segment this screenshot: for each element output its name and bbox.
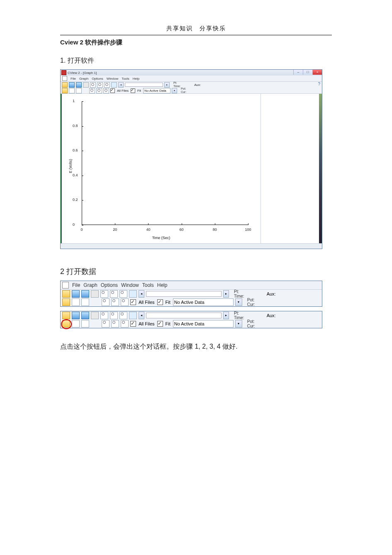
all-files-checkbox[interactable] <box>110 88 115 93</box>
zoom-reset-3-button[interactable] <box>121 320 129 328</box>
open-data-button-3[interactable] <box>62 320 70 328</box>
data-table-button-3[interactable] <box>72 320 80 328</box>
close-button[interactable]: × <box>312 70 322 75</box>
minimize-button[interactable]: – <box>293 70 303 75</box>
zoom-out-4-button[interactable] <box>111 320 119 328</box>
help-pin-icon[interactable]: ? <box>318 82 320 86</box>
menu-file-2[interactable]: File <box>72 282 80 288</box>
zoom-in-3-button[interactable] <box>102 298 110 306</box>
next-frame-button-2[interactable]: ▸ <box>223 290 229 298</box>
fit-checkbox-3[interactable] <box>157 321 163 327</box>
save-all-button[interactable] <box>76 82 82 88</box>
active-data-combo[interactable]: No Active Data <box>143 88 170 93</box>
zoom-in-button-2[interactable] <box>100 290 108 298</box>
refresh-button[interactable] <box>111 82 117 88</box>
plot-button-3[interactable] <box>81 320 89 328</box>
plot-button[interactable] <box>76 88 82 93</box>
save-button-3[interactable] <box>72 312 80 319</box>
menu-window[interactable]: Window <box>107 77 118 81</box>
save-button[interactable] <box>69 82 75 88</box>
next-frame-button-3[interactable]: ▸ <box>223 312 229 319</box>
status-labels-b3: Pot: Cur: <box>247 319 255 328</box>
status-labels-b2: Pot: Cur: <box>247 298 255 307</box>
fit-label-2: Fit <box>165 300 171 305</box>
zoom-reset-2-button[interactable] <box>121 298 129 306</box>
menu-tools-2[interactable]: Tools <box>142 282 154 288</box>
data-table-button[interactable] <box>69 88 75 93</box>
menu-options-2[interactable]: Options <box>101 282 118 288</box>
zoom-fit-button-3[interactable] <box>119 312 127 319</box>
active-data-dropdown[interactable]: ▾ <box>172 88 177 93</box>
mdi-icon[interactable] <box>62 76 67 81</box>
x-axis-label: Time (Sec) <box>74 236 248 240</box>
status-labels-a3: Pt: Time: <box>234 311 244 320</box>
print-button-2[interactable] <box>91 290 99 298</box>
active-data-combo-2[interactable]: No Active Data <box>173 298 234 306</box>
menu-window-2[interactable]: Window <box>121 282 139 288</box>
zoom-out-2-button[interactable] <box>96 88 102 93</box>
time-slider[interactable] <box>125 83 163 87</box>
mdi-icon-2[interactable] <box>62 282 69 289</box>
data-table-button-2[interactable] <box>72 298 80 306</box>
zoom-out-button-3[interactable] <box>110 312 118 319</box>
fit-checkbox-2[interactable] <box>157 299 163 305</box>
time-slider-3[interactable] <box>146 313 222 318</box>
zoom-out-button[interactable] <box>97 82 103 88</box>
fit-label-3: Fit <box>165 321 171 326</box>
zoom-in-button-3[interactable] <box>100 312 108 319</box>
open-data-button-2[interactable] <box>62 298 70 306</box>
prev-frame-button-2[interactable]: ◂ <box>139 290 144 298</box>
open-data-button[interactable] <box>62 88 68 93</box>
active-data-dropdown-2[interactable]: ▾ <box>235 298 242 306</box>
status-labels-2: Pot: Cur: <box>181 87 186 94</box>
save-all-button-2[interactable] <box>81 290 89 298</box>
menu-help-2[interactable]: Help <box>157 282 168 288</box>
maximize-button[interactable]: □ <box>303 70 312 75</box>
zoom-out-3-button[interactable] <box>111 298 119 306</box>
menu-graph[interactable]: Graph <box>79 77 88 81</box>
menu-help[interactable]: Help <box>133 77 139 81</box>
zoom-out-button-2[interactable] <box>110 290 118 298</box>
open-file-button[interactable] <box>62 82 68 88</box>
print-button-3[interactable] <box>91 312 99 319</box>
aux-label-3: Aux: <box>267 313 276 318</box>
paragraph-1: 点击这个按钮后，会弹出这个对话框。按步骤 1, 2, 3, 4 做好. <box>60 342 332 351</box>
zoom-in-button[interactable] <box>90 82 96 88</box>
all-files-label: All Files <box>116 89 129 93</box>
toolbar-closeup-1: File Graph Options Window Tools Help ◂ ▸… <box>60 281 322 307</box>
open-file-button-3[interactable] <box>62 312 70 319</box>
active-data-combo-3[interactable]: No Active Data <box>173 320 234 328</box>
zoom-fit-button-2[interactable] <box>119 290 127 298</box>
status-labels-a2: Pt: Time: <box>234 289 244 298</box>
chart-pane: E (Volts) Time (Sec) 00.20.40.60.8102040… <box>62 94 261 243</box>
menu-graph-2[interactable]: Graph <box>83 282 97 288</box>
refresh-button-3[interactable] <box>129 312 137 319</box>
active-data-dropdown-3[interactable]: ▾ <box>235 320 242 328</box>
save-all-button-3[interactable] <box>81 312 89 319</box>
toolbar-closeup-2: ◂ ▸ Pt: Time: Aux: All Files Fit No Acti… <box>60 311 322 328</box>
print-button[interactable] <box>83 82 89 88</box>
prev-frame-button[interactable]: ◂ <box>118 82 124 88</box>
zoom-in-2-button[interactable] <box>89 88 95 93</box>
zoom-fit-button[interactable] <box>104 82 110 88</box>
section-2-title: 2 打开数据 <box>60 266 332 276</box>
prev-frame-button-3[interactable]: ◂ <box>139 312 144 319</box>
next-frame-button[interactable]: ▸ <box>164 82 170 88</box>
open-file-button-2[interactable] <box>62 290 70 298</box>
save-button-2[interactable] <box>72 290 80 298</box>
fit-checkbox[interactable] <box>131 88 135 93</box>
all-files-checkbox-2[interactable] <box>130 299 136 305</box>
zoom-reset-button[interactable] <box>103 88 109 93</box>
zoom-in-4-button[interactable] <box>102 320 110 328</box>
menu-options[interactable]: Options <box>92 77 103 81</box>
menu-file[interactable]: File <box>71 77 76 81</box>
refresh-button-2[interactable] <box>129 290 137 298</box>
plot-area <box>82 101 248 225</box>
all-files-checkbox-3[interactable] <box>130 321 136 327</box>
aux-label-2: Aux: <box>267 291 276 296</box>
menu-tools[interactable]: Tools <box>122 77 129 81</box>
plot-button-2[interactable] <box>81 298 89 306</box>
section-1-title: 1. 打开软件 <box>60 56 332 65</box>
window-title: CView 2 - [Graph 1] <box>68 71 97 75</box>
time-slider-2[interactable] <box>146 291 222 297</box>
